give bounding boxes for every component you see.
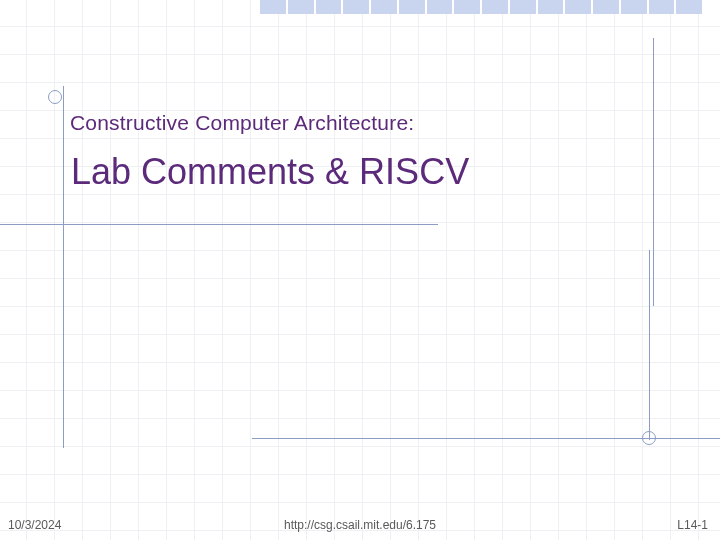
decor-circle-top-left — [48, 90, 62, 104]
decor-hline-upper — [0, 224, 438, 225]
slide-footer: 10/3/2024 http://csg.csail.mit.edu/6.175… — [0, 518, 720, 532]
decor-vline-left — [63, 86, 64, 448]
grid-background — [0, 0, 720, 540]
decor-vline-right-lower — [649, 250, 650, 440]
footer-url: http://csg.csail.mit.edu/6.175 — [0, 518, 720, 532]
decor-vline-right-upper — [653, 38, 654, 306]
footer-page-label: L14-1 — [677, 518, 708, 532]
footer-date: 10/3/2024 — [8, 518, 61, 532]
slide-subtitle: Constructive Computer Architecture: — [70, 111, 414, 135]
slide-title: Lab Comments & RISCV — [71, 151, 469, 193]
decor-circle-bottom-right — [642, 431, 656, 445]
top-accent-bar — [260, 0, 702, 14]
